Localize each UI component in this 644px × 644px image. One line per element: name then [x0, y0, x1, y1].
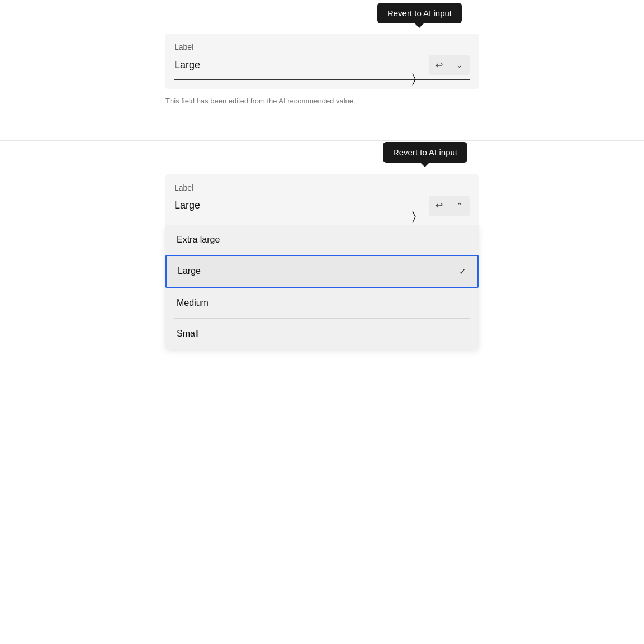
dropdown-item-label-large: Large	[178, 266, 201, 276]
dropdown-item-extra-large[interactable]: Extra large	[165, 225, 479, 255]
revert-button-1[interactable]: ↩	[429, 55, 449, 75]
revert-icon-1: ↩	[435, 60, 443, 70]
dropdown-item-label-extra-large: Extra large	[177, 235, 220, 245]
field-label-2: Label	[174, 183, 470, 192]
section-2: Revert to AI input Label Large ↩ ⌃ 〉 Ext…	[165, 174, 479, 349]
dropdown-item-medium[interactable]: Medium	[165, 288, 479, 318]
field-container-2: Label Large ↩ ⌃	[165, 174, 479, 225]
revert-button-2[interactable]: ↩	[429, 196, 449, 216]
field-label-1: Label	[174, 42, 470, 51]
field-value-2: Large	[174, 200, 200, 211]
field-controls-1: ↩ ⌄	[429, 55, 470, 75]
dropdown-menu: Extra large Large ✓ Medium Small	[165, 225, 479, 349]
section-1: Revert to AI input Label Large ↩ ⌄ 〉 Thi…	[165, 34, 479, 107]
helper-text-1: This field has been edited from the AI r…	[165, 96, 479, 107]
check-icon-large: ✓	[459, 266, 466, 277]
field-container-1: Label Large ↩ ⌄	[165, 34, 479, 89]
dropdown-item-label-small: Small	[177, 329, 199, 339]
dropdown-item-large[interactable]: Large ✓	[165, 255, 479, 288]
field-underline-1	[174, 79, 470, 80]
revert-icon-2: ↩	[435, 200, 443, 211]
dropdown-item-small[interactable]: Small	[165, 319, 479, 349]
field-value-1: Large	[174, 59, 200, 71]
chevron-down-icon-1: ⌄	[456, 60, 463, 69]
chevron-down-button-1[interactable]: ⌄	[449, 55, 470, 75]
field-controls-2: ↩ ⌃	[429, 196, 470, 216]
chevron-up-icon-2: ⌃	[456, 201, 463, 210]
field-row-2: Large ↩ ⌃	[174, 196, 470, 216]
section-divider	[0, 140, 644, 141]
chevron-up-button-2[interactable]: ⌃	[449, 196, 470, 216]
field-row-1: Large ↩ ⌄	[174, 55, 470, 75]
tooltip-revert-2: Revert to AI input	[383, 142, 467, 163]
tooltip-revert-1: Revert to AI input	[377, 3, 462, 23]
dropdown-item-label-medium: Medium	[177, 298, 209, 308]
